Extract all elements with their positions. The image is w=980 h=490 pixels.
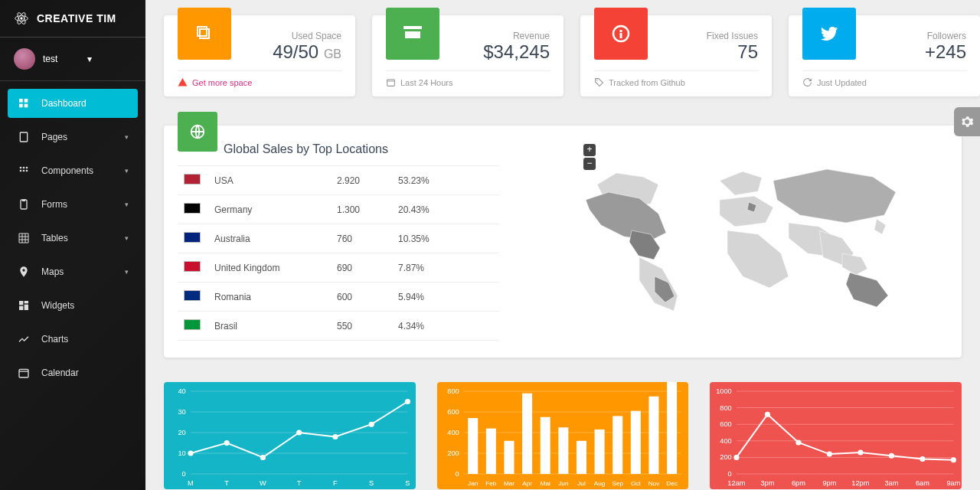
chart-canvas: 0200400600800JanFebMarAprMaiJunJulAugSep… (437, 382, 689, 489)
svg-rect-19 (24, 301, 28, 303)
svg-text:Jan: Jan (468, 480, 478, 487)
sidebar-item-pages[interactable]: Pages▾ (8, 122, 138, 152)
country-cell: Romania (208, 283, 331, 312)
value-cell: 2.920 (331, 166, 392, 195)
svg-rect-71 (522, 394, 532, 474)
svg-text:S: S (405, 479, 410, 487)
stat-card-revenue: Revenue$34,245Last 24 Hours (372, 15, 564, 96)
svg-text:600: 600 (447, 408, 459, 416)
card-footer-text: Last 24 Hours (400, 78, 452, 87)
svg-text:200: 200 (447, 449, 459, 457)
globe-icon (178, 112, 217, 152)
svg-text:0: 0 (182, 470, 186, 478)
svg-text:T: T (224, 479, 229, 487)
chevron-down-icon: ▾ (125, 268, 129, 276)
brand-label: CREATIVE TIM (37, 12, 116, 24)
sidebar-item-dashboard[interactable]: Dashboard (8, 89, 138, 118)
svg-text:9am: 9am (947, 479, 961, 487)
zoom-in-button[interactable]: + (583, 144, 596, 156)
svg-point-108 (858, 449, 864, 455)
svg-point-44 (188, 451, 193, 456)
chevron-down-icon: ▾ (125, 234, 129, 242)
svg-text:20: 20 (178, 429, 185, 436)
sidebar-item-calendar[interactable]: Calendar (8, 358, 138, 387)
stat-card-fixed-issues: Fixed Issues75Tracked from Github (580, 15, 772, 96)
stat-card-used-space: Used Space49/50 GBGet more space (164, 15, 355, 96)
nav-icon (17, 164, 31, 178)
svg-rect-31 (620, 33, 622, 38)
svg-point-47 (296, 430, 302, 436)
svg-point-17 (22, 269, 24, 271)
sidebar-item-components[interactable]: Components▾ (8, 156, 138, 185)
sidebar-item-charts[interactable]: Charts (8, 325, 138, 354)
chevron-down-icon: ▾ (125, 167, 129, 175)
nav-icon (17, 198, 31, 211)
svg-rect-24 (200, 29, 209, 38)
svg-text:400: 400 (447, 429, 459, 436)
svg-text:Dec: Dec (666, 480, 678, 487)
svg-point-105 (765, 412, 770, 417)
svg-text:Jul: Jul (577, 480, 586, 487)
svg-text:T: T (297, 479, 302, 487)
chevron-down-icon: ▾ (125, 201, 129, 208)
sidebar-item-forms[interactable]: Forms▾ (8, 190, 138, 219)
svg-point-12 (20, 170, 22, 172)
sidebar-item-maps[interactable]: Maps▾ (8, 257, 138, 286)
svg-text:W: W (260, 479, 266, 487)
sidebar: CREATIVE TIM test ▾ DashboardPages▾Compo… (0, 0, 145, 490)
chart-completed-tasks: 0200400600800100012am3pm6pm9pm12pm3am6am… (710, 382, 962, 490)
sidebar-item-tables[interactable]: Tables▾ (8, 224, 138, 253)
svg-point-10 (23, 167, 25, 169)
svg-text:12pm: 12pm (852, 479, 870, 487)
svg-text:Mai: Mai (540, 480, 550, 487)
svg-text:3am: 3am (885, 479, 899, 487)
country-cell: USA (208, 166, 331, 195)
svg-text:9pm: 9pm (823, 479, 837, 487)
svg-point-49 (369, 422, 374, 427)
card-footer-link[interactable]: Get more space (192, 78, 252, 87)
pct-cell: 4.34% (392, 312, 499, 341)
card-footer-text: Just Updated (817, 78, 867, 87)
svg-text:Jun: Jun (558, 480, 568, 487)
svg-text:1000: 1000 (717, 387, 733, 395)
svg-rect-74 (577, 441, 586, 474)
zoom-out-button[interactable]: − (583, 158, 596, 170)
svg-rect-77 (631, 411, 641, 474)
svg-rect-28 (387, 80, 395, 87)
world-map[interactable] (567, 158, 911, 322)
nav-label: Maps (41, 266, 64, 277)
svg-rect-68 (468, 418, 478, 474)
global-sales-panel: Global Sales by Top Locations USA2.92053… (164, 126, 962, 358)
svg-rect-18 (19, 301, 23, 305)
pct-cell: 7.87% (392, 253, 499, 283)
stat-card-followers: Followers+245Just Updated (789, 15, 980, 96)
card-footer-text: Tracked from Github (609, 78, 685, 87)
table-row: Brasil5504.34% (178, 312, 499, 341)
svg-rect-78 (648, 397, 658, 474)
svg-text:6pm: 6pm (792, 479, 805, 487)
card-icon (178, 8, 231, 60)
svg-text:600: 600 (720, 420, 732, 428)
value-cell: 550 (331, 312, 392, 341)
table-row: Germany1.30020.43% (178, 195, 499, 224)
svg-rect-7 (24, 104, 28, 108)
sidebar-item-widgets[interactable]: Widgets (8, 291, 138, 320)
nav-icon (17, 130, 31, 144)
pct-cell: 20.43% (392, 195, 499, 224)
user-menu[interactable]: test ▾ (0, 38, 145, 81)
svg-text:6am: 6am (916, 479, 929, 487)
nav-label: Charts (41, 334, 68, 345)
nav-icon (17, 265, 31, 279)
svg-rect-69 (486, 429, 496, 474)
svg-rect-79 (667, 382, 677, 474)
svg-text:Feb: Feb (485, 480, 497, 487)
svg-text:0: 0 (455, 470, 459, 478)
avatar (14, 48, 35, 70)
brand[interactable]: CREATIVE TIM (0, 0, 145, 38)
svg-rect-5 (24, 99, 28, 103)
settings-button[interactable] (954, 107, 980, 136)
svg-text:Oct: Oct (631, 480, 642, 487)
pct-cell: 53.23% (392, 166, 499, 195)
flag-icon (184, 232, 201, 243)
svg-rect-30 (620, 30, 622, 32)
